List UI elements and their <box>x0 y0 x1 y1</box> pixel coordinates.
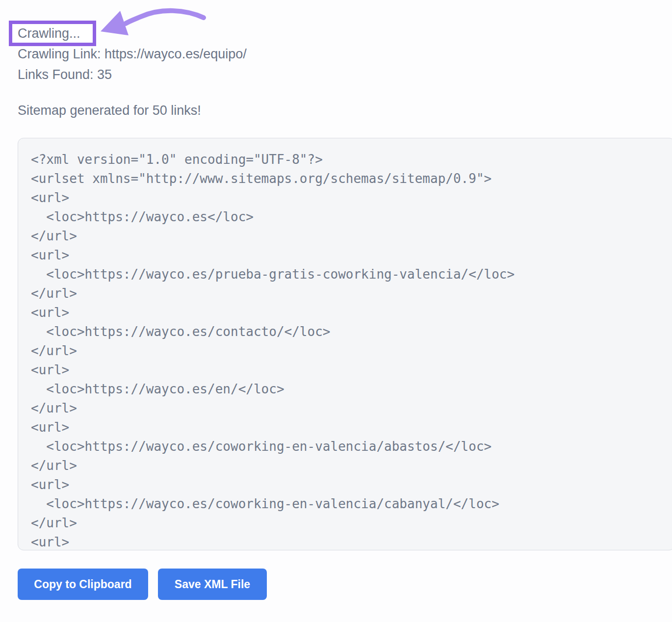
copy-to-clipboard-button[interactable]: Copy to Clipboard <box>18 569 148 600</box>
sitemap-generated-text: Sitemap generated for 50 links! <box>18 103 201 118</box>
xml-code-line: <url> <box>31 361 672 380</box>
curved-arrow-icon <box>93 5 213 44</box>
xml-code-line: <loc>https://wayco.es</loc> <box>31 207 672 227</box>
xml-code-line: <loc>https://wayco.es/contacto/</loc> <box>31 322 672 341</box>
xml-code-line: <url> <box>31 533 672 550</box>
xml-code-line: <loc>https://wayco.es/en/</loc> <box>31 380 672 399</box>
xml-code-line: <url> <box>31 475 672 494</box>
xml-code-line: </url> <box>31 456 672 475</box>
crawling-status-highlight-box: Crawling... <box>9 21 96 46</box>
xml-code-line: <url> <box>31 303 672 322</box>
xml-code-line: </url> <box>31 227 672 246</box>
xml-code-line: </url> <box>31 341 672 361</box>
xml-code-line: </url> <box>31 284 672 303</box>
links-found-text: Links Found: 35 <box>18 67 112 82</box>
xml-code-line: <url> <box>31 188 672 207</box>
xml-code-line: </url> <box>31 399 672 418</box>
xml-code-line: <?xml version="1.0" encoding="UTF-8"?> <box>31 150 672 169</box>
xml-code-line: </url> <box>31 514 672 533</box>
save-xml-file-button[interactable]: Save XML File <box>158 569 267 600</box>
xml-code-line: <loc>https://wayco.es/coworking-en-valen… <box>31 437 672 456</box>
xml-code-line: <url> <box>31 418 672 437</box>
xml-code-line: <loc>https://wayco.es/prueba-gratis-cowo… <box>31 265 672 284</box>
crawling-status-text: Crawling... <box>18 26 80 41</box>
crawling-link-text: Crawling Link: https://wayco.es/equipo/ <box>18 47 247 61</box>
xml-code-line: <url> <box>31 246 672 265</box>
xml-code-line: <loc>https://wayco.es/coworking-en-valen… <box>31 494 672 514</box>
xml-code-line: <urlset xmlns="http://www.sitemaps.org/s… <box>31 169 672 188</box>
sitemap-xml-output[interactable]: <?xml version="1.0" encoding="UTF-8"?><u… <box>18 138 672 550</box>
